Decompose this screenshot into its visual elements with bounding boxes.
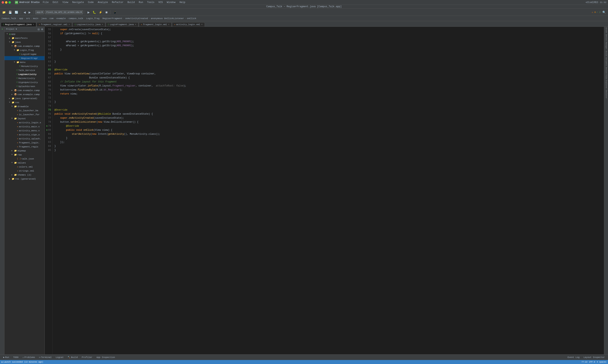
menu-run[interactable]: Run	[138, 0, 144, 4]
breadcrumb-on-click[interactable]: onClick	[187, 17, 196, 20]
debug-button[interactable]: 🐛	[92, 10, 97, 14]
tree-item-drawable[interactable]: ▼ 📁 drawable	[4, 104, 44, 108]
menu-view[interactable]: View	[62, 0, 69, 4]
tab-activity-login[interactable]: ✦ activity_login.xml ×	[172, 22, 205, 26]
tree-item-fragment-regis[interactable]: ✦ fragment_regis	[4, 145, 44, 149]
grade-label[interactable]: Grade	[605, 27, 607, 33]
device-dropdown[interactable]: Pixel_3a_API_32_arm64-v8a ▼	[45, 10, 83, 14]
tab-terminal[interactable]: ▭ Terminal	[38, 356, 53, 359]
breadcrumb-campus-talk-pkg[interactable]: campus_talk	[69, 17, 83, 20]
open-file-button[interactable]: 📁	[1, 10, 7, 14]
breadcrumb-regiser-fragment[interactable]: RegiserFragment	[102, 17, 122, 20]
tree-item-activity-login[interactable]: ✦ activity_login.x	[4, 120, 44, 125]
forward-button[interactable]: ▶	[27, 10, 32, 14]
cursor-position[interactable]: 77:22	[582, 361, 587, 363]
settings-button[interactable]: ⚙	[41, 27, 44, 31]
tree-item-fragment-login[interactable]: ✦ fragment_login.	[4, 141, 44, 145]
tree-item-ic-launcher-ba[interactable]: ✦ ic_launcher_ba	[4, 108, 44, 112]
device-file-explorer-label[interactable]: Device File Explorer	[605, 67, 607, 89]
tab-run[interactable]: ▶ Run	[2, 356, 11, 359]
tree-item-com-example-3[interactable]: ▶ 📦 com.example.camp	[4, 92, 44, 96]
device-manager-label[interactable]: Device Manager	[605, 34, 607, 50]
tab-close-icon[interactable]: ×	[168, 24, 169, 26]
breadcrumb-on-activity-created[interactable]: onActivityCreated	[125, 17, 148, 20]
tree-item-colors-xml[interactable]: ✦ colors.xml	[4, 165, 44, 169]
avd-button[interactable]: 📱	[112, 10, 118, 14]
tree-item-activity-menu[interactable]: ✦ activity_menu.x	[4, 129, 44, 132]
tree-item-raw[interactable]: ▼ 📁 raw	[4, 153, 44, 157]
code-scroll-area[interactable]: 55 56 57 58 59 60 61 62 63 64 65 66 67 6…	[45, 27, 604, 354]
tab-close-icon[interactable]: ×	[33, 24, 34, 26]
tab-regiser-fragment[interactable]: C RegiserFragment.java ×	[1, 22, 36, 26]
tab-login-activity[interactable]: C LoginActivity.java ×	[72, 22, 105, 26]
ok-count[interactable]: ✓ 2	[596, 11, 601, 13]
menu-analyze[interactable]: Analyze	[97, 0, 109, 4]
build-variants-label[interactable]: Build Variants	[605, 51, 607, 66]
tree-item-layout[interactable]: ▼ 📁 layout	[4, 117, 44, 120]
code-editor[interactable]: 55 56 57 58 59 60 61 62 63 64 65 66 67 6…	[45, 27, 604, 354]
indent-settings[interactable]: 4 spaces	[597, 361, 606, 363]
encoding[interactable]: UTF-8	[589, 361, 595, 363]
menu-vcs[interactable]: VCS	[158, 0, 164, 4]
menu-navigate[interactable]: Navigate	[71, 0, 85, 4]
app-config-dropdown[interactable]: app ▼	[35, 10, 44, 14]
back-button[interactable]: ◀	[23, 10, 27, 14]
breadcrumb-example[interactable]: example	[56, 17, 66, 20]
tree-item-login-frag[interactable]: ▼ 📁 Login_frag	[4, 48, 44, 52]
menu-code[interactable]: Code	[87, 0, 94, 4]
tree-item-res[interactable]: ▼ 📁 res	[4, 100, 44, 104]
tree-item-mipmap[interactable]: ▶ 📁 mipmap	[4, 149, 44, 153]
tree-item-main-activity[interactable]: C MainActivity	[4, 76, 44, 80]
tab-fragment-login[interactable]: ✦ fragment_login.xml ×	[139, 22, 172, 26]
menu-tools[interactable]: Tools	[146, 0, 155, 4]
tab-close-icon[interactable]: ×	[102, 24, 103, 26]
menu-edit[interactable]: Edit	[52, 0, 59, 4]
search-button[interactable]: 🔍	[601, 10, 607, 14]
tree-item-login-activity[interactable]: C LoginActivity	[4, 72, 44, 76]
tree-item-talk-json[interactable]: { } talk.json	[4, 157, 44, 161]
sync-button[interactable]: 🔄	[14, 10, 19, 14]
tab-close-icon[interactable]: ×	[135, 24, 136, 26]
run-button[interactable]: ▶	[87, 10, 91, 14]
tree-item-signup-activity[interactable]: C SignUpActivity	[4, 80, 44, 84]
tree-item-menu[interactable]: ▼ 📁 menu	[4, 60, 44, 64]
menu-refactor[interactable]: Refactor	[111, 0, 124, 4]
menu-window[interactable]: Window	[166, 0, 176, 4]
collapse-all-button[interactable]: ⊟	[37, 27, 40, 31]
breadcrumb-src[interactable]: src	[26, 17, 30, 20]
tree-item-com-example[interactable]: ▼ 📦 com.example.camp	[4, 44, 44, 48]
tree-item-talk-service[interactable]: C Talk_Service	[4, 68, 44, 72]
tree-item-activity-main[interactable]: ✦ activity_main.x	[4, 125, 44, 129]
tab-close-icon[interactable]: ×	[69, 24, 70, 26]
menu-file[interactable]: File	[42, 0, 50, 4]
tree-item-ic-launcher-for[interactable]: ✦ ic_launcher_for	[4, 112, 44, 117]
emulator-label[interactable]: Emulator	[605, 90, 607, 99]
tree-item-regiser-fragment[interactable]: C RegiserFragr	[4, 56, 44, 60]
tree-item-res-generated[interactable]: ▶ 📁 res (generated)	[4, 177, 44, 181]
breadcrumb-anonymous-listener[interactable]: anonymous OnClickListener	[151, 17, 184, 20]
tree-item-values[interactable]: ▼ 📁 values	[4, 161, 44, 165]
menu-help[interactable]: Help	[179, 0, 186, 4]
tree-item-java-generated[interactable]: ▶ 📁 java (generated)	[4, 96, 44, 100]
project-panel-toggle[interactable]: ◀	[1, 27, 3, 31]
tab-fragment-regiser[interactable]: ✦ fragment_regiser.xml ×	[37, 22, 72, 26]
breadcrumb-login-frag[interactable]: Login_frag	[86, 17, 100, 20]
tree-item-strings-xml[interactable]: ✦ strings.xml	[4, 169, 44, 173]
maximize-button[interactable]	[8, 1, 11, 4]
tab-profiler[interactable]: Profiler	[80, 356, 94, 359]
tab-event-log[interactable]: Event Log	[566, 356, 581, 359]
breadcrumb-app[interactable]: app	[19, 17, 23, 20]
tree-item-activity-sign-up[interactable]: ✦ activity_sign_u	[4, 132, 44, 137]
warning-count[interactable]: ⚠ 8	[592, 11, 596, 13]
stop-button[interactable]: ⏹	[104, 10, 109, 14]
profile-button[interactable]: ⚡	[98, 10, 103, 14]
tab-app-inspection[interactable]: App Inspection	[95, 356, 117, 359]
save-button[interactable]: 💾	[7, 10, 13, 14]
tab-login-fragment[interactable]: C LoginFragment.java ×	[106, 22, 138, 26]
breadcrumb-com[interactable]: com	[50, 17, 53, 20]
tree-item-login-fragment[interactable]: C LoginFragme	[4, 52, 44, 56]
tab-logcat[interactable]: Logcat	[54, 356, 65, 359]
tree-item-app[interactable]: ▼ ▣ app	[4, 32, 44, 36]
tab-build[interactable]: 🔨 Build	[66, 356, 79, 359]
tab-close-icon[interactable]: ×	[201, 24, 203, 26]
